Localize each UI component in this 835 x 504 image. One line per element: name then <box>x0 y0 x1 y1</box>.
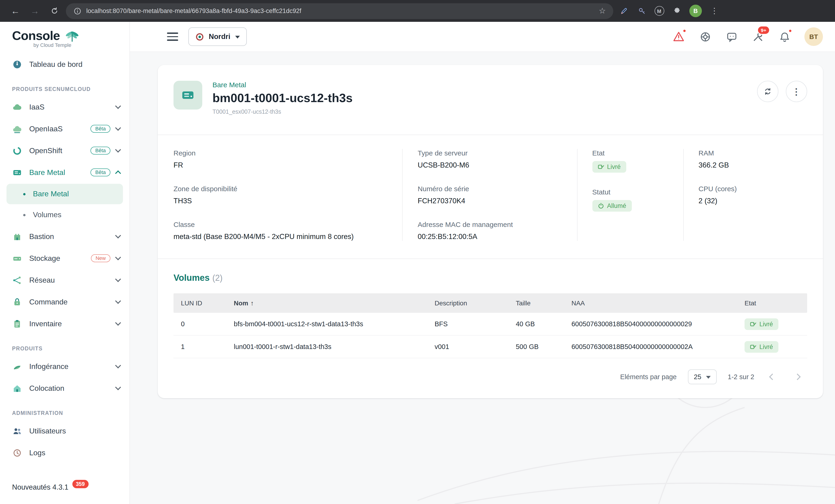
sidebar-item-commande[interactable]: Commande <box>0 291 129 313</box>
bookmark-star-icon[interactable]: ☆ <box>599 6 606 16</box>
menu-toggle-icon[interactable] <box>167 33 178 41</box>
sidebar-item-openiaas[interactable]: OpenIaaS Bêta <box>0 118 129 140</box>
resource-tile <box>174 81 202 109</box>
chevron-down-icon <box>115 125 121 130</box>
table-row[interactable]: 0 bfs-bm004-t0001-ucs12-r-stw1-data13-th… <box>174 313 807 336</box>
sidebar-item-inventaire[interactable]: Inventaire <box>0 313 129 335</box>
notification-dot-badge <box>788 29 792 33</box>
more-actions-button[interactable]: ⋮ <box>786 81 807 102</box>
bare-metal-detail-card: Bare Metal bm001-t0001-ucs12-th3s T0001_… <box>158 65 823 398</box>
product-label: Bare Metal <box>212 81 352 89</box>
notifications-bell-icon[interactable] <box>778 30 791 43</box>
table-pagination: Eléments par page 25 1-2 sur 2 <box>174 358 807 396</box>
extensions-puzzle-icon[interactable] <box>670 4 684 18</box>
address-bar[interactable]: localhost:8070/bare-metal/bare-metal/667… <box>66 3 613 19</box>
chevron-down-icon <box>115 384 121 390</box>
sidebar-subitem-volumes[interactable]: Volumes <box>6 205 123 225</box>
volumes-count: (2) <box>212 273 223 283</box>
sidebar-item-dashboard[interactable]: Tableau de bord <box>0 53 129 75</box>
section-administration: ADMINISTRATION <box>0 399 129 420</box>
detail-classe: Classe meta-std (Base B200-M4/M5 - 2xCPU… <box>174 220 389 241</box>
whats-new-link[interactable]: Nouveautés 4.3.1359 <box>0 475 129 504</box>
sidebar-item-label: Bastion <box>29 232 54 241</box>
tools-count-badge: 9+ <box>757 25 770 35</box>
power-icon <box>598 203 604 209</box>
cell-lun: 1 <box>174 343 234 350</box>
sidebar-item-colocation[interactable]: Colocation <box>0 377 129 399</box>
back-icon[interactable]: ← <box>7 3 23 19</box>
next-page-button[interactable] <box>791 370 805 384</box>
logo-subtitle: by Cloud Temple <box>34 42 125 48</box>
sidebar-item-stockage[interactable]: Stockage New <box>0 247 129 269</box>
sidebar-item-bare-metal[interactable]: Bare Metal Bêta <box>0 161 129 183</box>
new-badge: New <box>91 254 110 262</box>
sidebar-item-label: OpenIaaS <box>29 125 63 133</box>
cloud-icon <box>12 102 22 112</box>
sidebar-item-logs[interactable]: Logs <box>0 442 129 464</box>
detail-value: UCSB-B200-M6 <box>418 161 564 169</box>
status-badge-allume: Allumé <box>592 200 632 211</box>
detail-label: Zone de disponibilité <box>174 185 389 193</box>
color-picker-extension-icon[interactable] <box>617 4 631 18</box>
col-header-nom[interactable]: Nom <box>234 299 435 307</box>
sidebar-item-label: Colocation <box>29 384 64 392</box>
sidebar-item-bastion[interactable]: Bastion <box>0 225 129 247</box>
server-check-icon <box>598 164 604 170</box>
per-page-value: 25 <box>694 373 701 381</box>
tenant-selector[interactable]: Nordri <box>188 27 247 46</box>
chevron-right-icon <box>794 374 801 380</box>
forward-icon[interactable]: → <box>27 3 43 19</box>
table-row[interactable]: 1 lun001-t0001-r-stw1-data13-th3s v001 5… <box>174 336 807 358</box>
details-grid: Region FR Zone de disponibilité TH3S Cla… <box>158 135 823 259</box>
col-header-lun: LUN ID <box>174 299 234 307</box>
users-icon <box>12 426 22 436</box>
chevron-left-icon <box>769 374 776 380</box>
cell-nom: bfs-bm004-t0001-ucs12-r-stw1-data13-th3s <box>234 320 435 328</box>
logo[interactable]: Console by Cloud Temple <box>0 22 129 49</box>
page-title: bm001-t0001-ucs12-th3s <box>212 91 352 105</box>
cell-nom: lun001-t0001-r-stw1-data13-th3s <box>234 343 435 350</box>
previous-page-button[interactable] <box>766 370 779 384</box>
browser-menu-icon[interactable]: ⋮ <box>708 4 721 18</box>
col-header-naa: NAA <box>571 299 745 307</box>
badge-label: Livré <box>759 320 773 327</box>
feedback-chat-icon[interactable] <box>725 30 738 43</box>
url-text: localhost:8070/bare-metal/bare-metal/667… <box>86 7 301 14</box>
sidebar-item-utilisateurs[interactable]: Utilisateurs <box>0 420 129 442</box>
password-manager-extension-icon[interactable] <box>635 4 649 18</box>
cell-naa: 6005076300818B50400000000000002A <box>571 343 745 350</box>
openshift-icon <box>12 145 22 156</box>
refresh-button[interactable] <box>757 81 778 102</box>
sidebar-item-iaas[interactable]: IaaS <box>0 96 129 118</box>
detail-server-type: Type de serveur UCSB-B200-M6 <box>418 149 564 169</box>
volumes-section: Volumes(2) LUN ID Nom Description Taille… <box>158 259 823 398</box>
cell-taille: 40 GB <box>516 320 571 328</box>
sidebar-item-label: Infogérance <box>29 362 68 370</box>
leaf-icon <box>12 361 22 371</box>
alerts-warning-icon[interactable] <box>672 30 685 43</box>
sidebar-item-reseau[interactable]: Réseau <box>0 269 129 291</box>
sidebar-item-label: Logs <box>29 448 45 457</box>
chevron-down-icon <box>115 254 121 260</box>
site-info-icon[interactable] <box>73 7 82 15</box>
support-lifebuoy-icon[interactable] <box>699 30 712 43</box>
chevron-down-icon <box>115 276 121 282</box>
sidebar-item-openshift[interactable]: OpenShift Bêta <box>0 140 129 161</box>
user-avatar[interactable]: BT <box>805 27 823 46</box>
browser-profile-avatar[interactable]: B <box>689 5 702 17</box>
reload-icon[interactable] <box>46 3 62 19</box>
extension-m-icon[interactable]: M <box>652 4 666 18</box>
page-subtitle: T0001_esx007-ucs12-th3s <box>212 108 352 115</box>
detail-label: Region <box>174 149 389 157</box>
history-clock-icon <box>12 448 22 458</box>
col-header-taille: Taille <box>516 299 571 307</box>
sidebar-item-infogerance[interactable]: Infogérance <box>0 356 129 377</box>
detail-label: Statut <box>592 188 670 196</box>
per-page-select[interactable]: 25 <box>688 369 716 384</box>
detail-ram: RAM 366.2 GB <box>699 149 807 169</box>
padlock-icon <box>12 297 22 307</box>
tools-icon[interactable]: 9+ <box>752 30 765 43</box>
sidebar-item-label: Commande <box>29 298 67 306</box>
dragonfly-icon <box>64 30 79 42</box>
sidebar-subitem-bare-metal[interactable]: Bare Metal <box>6 184 123 204</box>
